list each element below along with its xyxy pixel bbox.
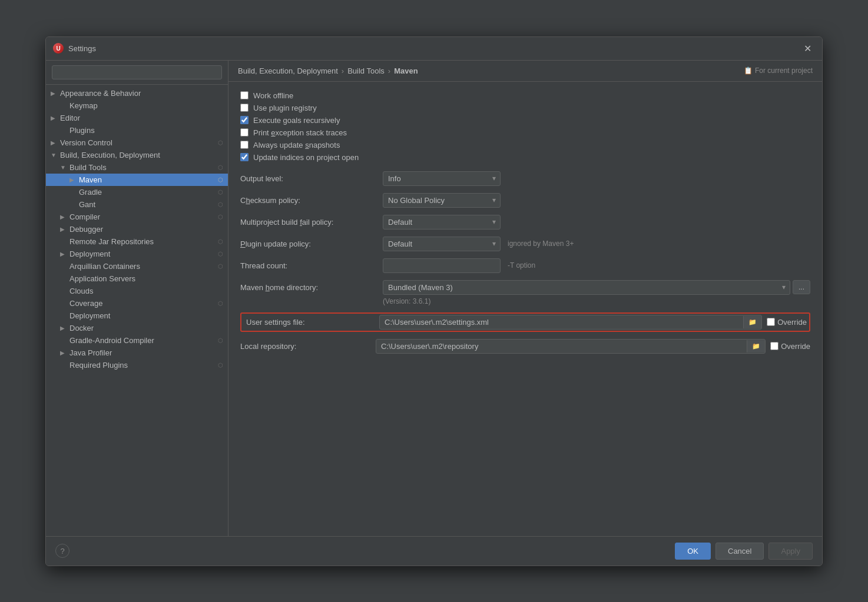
thread-count-label: Thread count: bbox=[240, 261, 376, 270]
settings-dialog: U Settings ✕ Appearance & Behavior Keyma… bbox=[45, 36, 823, 566]
sidebar-item-label: Debugger bbox=[69, 225, 223, 234]
sidebar-item-build-exec[interactable]: Build, Execution, Deployment bbox=[46, 149, 228, 161]
sidebar-item-version-control[interactable]: Version Control ⬡ bbox=[46, 137, 228, 149]
output-level-select[interactable]: Info Debug Warn Error bbox=[383, 171, 501, 186]
sidebar-item-appearance[interactable]: Appearance & Behavior bbox=[46, 87, 228, 99]
arrow-icon bbox=[60, 325, 69, 331]
sidebar-item-label: Clouds bbox=[69, 287, 223, 295]
breadcrumb-part2: Build Tools bbox=[347, 66, 385, 75]
sync-icon: ⬡ bbox=[218, 251, 223, 257]
sidebar-item-gant[interactable]: Gant ⬡ bbox=[46, 198, 228, 211]
checkbox-always-update[interactable] bbox=[240, 141, 249, 149]
sidebar-item-gradle-android[interactable]: Gradle-Android Compiler ⬡ bbox=[46, 334, 228, 347]
title-bar-left: U Settings bbox=[53, 43, 96, 54]
user-settings-browse-button[interactable]: 📁 bbox=[743, 316, 761, 328]
project-link[interactable]: 📋 For current project bbox=[744, 66, 813, 75]
bottom-bar: ? OK Cancel Apply bbox=[46, 536, 822, 566]
multiproject-policy-select[interactable]: Default Fail Fast Fail Never bbox=[383, 215, 501, 230]
sidebar-item-java-profiler[interactable]: Java Profiler bbox=[46, 347, 228, 359]
ok-button[interactable]: OK bbox=[675, 543, 711, 560]
sidebar-item-label: Build, Execution, Deployment bbox=[60, 151, 223, 159]
multiproject-policy-label: Multiproject build fail policy: bbox=[240, 218, 376, 227]
checksum-policy-label: Checksum policy: bbox=[240, 196, 376, 205]
sidebar: Appearance & Behavior Keymap Editor Plug… bbox=[46, 61, 228, 536]
sidebar-item-app-servers[interactable]: Application Servers bbox=[46, 272, 228, 285]
sidebar-item-label: Appearance & Behavior bbox=[60, 89, 223, 98]
sidebar-item-label: Deployment bbox=[69, 250, 216, 258]
sidebar-item-deployment2[interactable]: Deployment bbox=[46, 310, 228, 322]
checkbox-update-indices[interactable] bbox=[240, 153, 249, 161]
local-repo-input-wrapper: 📁 bbox=[376, 339, 766, 354]
sidebar-item-deployment[interactable]: Deployment ⬡ bbox=[46, 248, 228, 260]
apply-button[interactable]: Apply bbox=[768, 543, 813, 560]
sidebar-item-coverage[interactable]: Coverage ⬡ bbox=[46, 297, 228, 310]
sidebar-item-keymap[interactable]: Keymap bbox=[46, 99, 228, 112]
sidebar-item-label: Maven bbox=[79, 175, 216, 184]
dialog-title: Settings bbox=[68, 44, 96, 53]
arrow-icon bbox=[69, 177, 79, 183]
local-repo-row: Local repository: 📁 Override bbox=[240, 339, 810, 354]
user-settings-input[interactable] bbox=[380, 315, 743, 329]
checkbox-plugin-registry-label: Use plugin registry bbox=[253, 104, 317, 112]
checkbox-execute-goals[interactable] bbox=[240, 116, 249, 124]
content-area: Appearance & Behavior Keymap Editor Plug… bbox=[46, 61, 822, 536]
sidebar-item-gradle[interactable]: Gradle ⬡ bbox=[46, 186, 228, 198]
checkbox-work-offline[interactable] bbox=[240, 91, 249, 99]
maven-home-browse-button[interactable]: ... bbox=[793, 280, 810, 294]
sync-icon: ⬡ bbox=[218, 337, 223, 344]
maven-home-label: Maven home directory: bbox=[240, 283, 376, 292]
plugin-update-policy-select-wrapper: Default Force Never bbox=[383, 237, 501, 251]
breadcrumb-bar: Build, Execution, Deployment › Build Too… bbox=[228, 61, 822, 82]
local-repo-input[interactable] bbox=[376, 340, 747, 353]
plugin-update-policy-row: Plugin update policy: Default Force Neve… bbox=[240, 237, 810, 251]
checkbox-print-exception-label: Print exception stack traces bbox=[253, 128, 347, 137]
arrow-icon bbox=[51, 139, 60, 146]
sidebar-item-arquillian[interactable]: Arquillian Containers ⬡ bbox=[46, 260, 228, 272]
search-input[interactable] bbox=[52, 65, 222, 79]
sidebar-item-editor[interactable]: Editor bbox=[46, 112, 228, 124]
user-settings-override-checkbox[interactable] bbox=[767, 318, 775, 326]
sync-icon: ⬡ bbox=[218, 300, 223, 307]
search-box bbox=[46, 61, 228, 85]
sidebar-item-clouds[interactable]: Clouds bbox=[46, 285, 228, 297]
local-repo-override-checkbox[interactable] bbox=[770, 342, 778, 350]
sidebar-item-label: Remote Jar Repositories bbox=[69, 237, 216, 246]
checkbox-update-indices-row: Update indices on project open bbox=[240, 153, 810, 162]
checkbox-execute-goals-label: Execute goals recursively bbox=[253, 116, 340, 125]
sidebar-item-debugger[interactable]: Debugger bbox=[46, 223, 228, 235]
plugin-update-policy-label: Plugin update policy: bbox=[240, 240, 376, 248]
thread-count-input[interactable] bbox=[383, 258, 501, 273]
checksum-policy-select[interactable]: No Global Policy Strict Warn bbox=[383, 193, 501, 208]
sync-icon: ⬡ bbox=[218, 164, 223, 171]
checkbox-always-update-row: Always update snapshots bbox=[240, 141, 810, 149]
sidebar-item-build-tools[interactable]: Build Tools ⬡ bbox=[46, 161, 228, 174]
checkbox-plugin-registry[interactable] bbox=[240, 104, 249, 112]
checkbox-plugin-registry-row: Use plugin registry bbox=[240, 104, 810, 112]
sync-icon: ⬡ bbox=[218, 263, 223, 270]
sync-icon: ⬡ bbox=[218, 177, 223, 183]
sidebar-item-remote-jar[interactable]: Remote Jar Repositories ⬡ bbox=[46, 235, 228, 248]
sidebar-item-maven[interactable]: Maven ⬡ bbox=[46, 174, 228, 186]
user-settings-override-label: Override bbox=[777, 318, 807, 327]
sidebar-item-docker[interactable]: Docker bbox=[46, 322, 228, 334]
cancel-button[interactable]: Cancel bbox=[715, 543, 764, 560]
arrow-icon bbox=[60, 214, 69, 220]
multiproject-policy-select-wrapper: Default Fail Fast Fail Never bbox=[383, 215, 501, 230]
sidebar-item-plugins[interactable]: Plugins bbox=[46, 124, 228, 137]
sidebar-item-label: Plugins bbox=[69, 126, 223, 135]
close-button[interactable]: ✕ bbox=[800, 42, 815, 55]
user-settings-input-wrapper: 📁 bbox=[379, 315, 762, 330]
title-bar: U Settings ✕ bbox=[46, 37, 822, 61]
sidebar-item-required-plugins[interactable]: Required Plugins ⬡ bbox=[46, 359, 228, 371]
sidebar-item-compiler[interactable]: Compiler ⬡ bbox=[46, 211, 228, 223]
local-repo-browse-button[interactable]: 📁 bbox=[747, 340, 765, 352]
checkbox-print-exception[interactable] bbox=[240, 128, 249, 137]
sync-icon: ⬡ bbox=[218, 139, 223, 146]
local-repo-label: Local repository: bbox=[240, 342, 376, 351]
maven-home-select[interactable]: Bundled (Maven 3) bbox=[383, 280, 790, 295]
sidebar-item-label: Build Tools bbox=[69, 163, 216, 172]
plugin-update-policy-select[interactable]: Default Force Never bbox=[383, 237, 501, 251]
sync-icon: ⬡ bbox=[218, 201, 223, 208]
arrow-icon bbox=[60, 251, 69, 257]
help-button[interactable]: ? bbox=[55, 544, 69, 558]
